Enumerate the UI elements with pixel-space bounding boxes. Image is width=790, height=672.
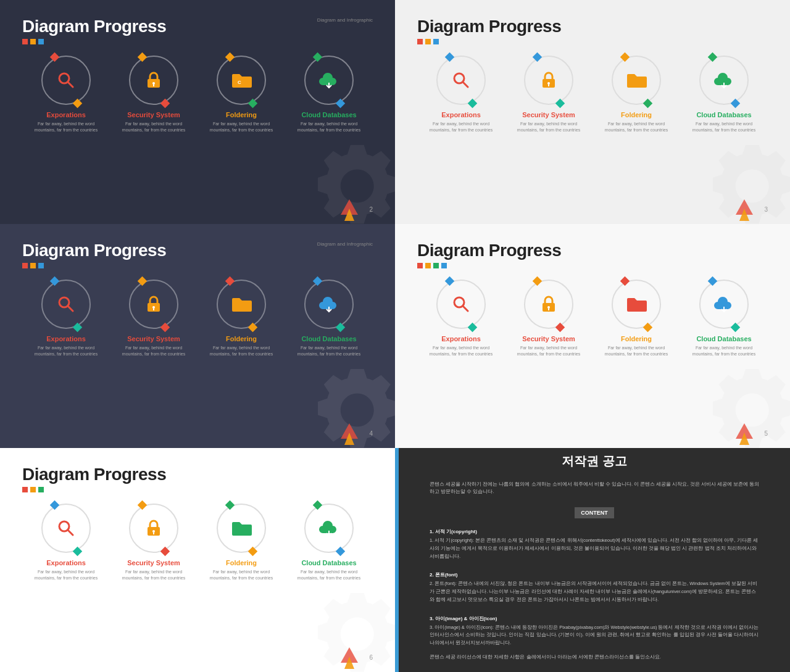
slide-5-item-foldering: Foldering Far far away, behind the word … xyxy=(207,504,275,581)
slide-4-desc-exporations: Far far away, behind the word mountains,… xyxy=(427,345,495,357)
slide-3-circle-foldering xyxy=(217,280,266,329)
slide-4-dots xyxy=(417,263,768,268)
svg-line-18 xyxy=(68,306,73,311)
slide-5-label-cloud: Cloud Databases xyxy=(301,559,356,566)
slide-4-circle-foldering xyxy=(612,280,661,329)
copyright-title: 저작권 공고 xyxy=(430,453,759,470)
cloud-icon-5 xyxy=(317,516,341,540)
svg-point-0 xyxy=(59,73,69,83)
slide-1-circle-cloud xyxy=(304,56,354,105)
slide-1: Diagram and Infrographic Diagram Progres… xyxy=(0,0,395,224)
slide-subtitle-top: Diagram and Infrographic xyxy=(317,17,373,23)
slide-5-desc-exporations: Far far away, behind the word mountains,… xyxy=(32,569,100,581)
copyright-section-3-title: 3. 아이(image) & 아이진(icon) xyxy=(430,615,759,622)
search-icon-5 xyxy=(54,516,78,540)
slide-1-label-exporations: Exporations xyxy=(46,111,86,118)
copyright-footer: 콘텐스 세공 라이선스에 대한 자세한 사항은 솔레에서이나 아라는에 서에한 … xyxy=(430,653,759,662)
slide-4-item-foldering: Foldering Far far away, behind the word … xyxy=(602,280,670,357)
slide-5-desc-security: Far far away, behind the word mountains,… xyxy=(120,569,188,581)
slide-5-page-num: 6 xyxy=(369,654,373,661)
slide-4-icons-row: Exporations Far far away, behind the wor… xyxy=(417,280,768,357)
slide-3-icons-row: Exporations Far far away, behind the wor… xyxy=(22,280,373,357)
slide-5-circle-foldering xyxy=(217,504,266,553)
slide-4-label-exporations: Exporations xyxy=(441,335,481,342)
slide-1-icons-row: Exporations Far far away, behind the wor… xyxy=(22,56,373,133)
slide-1-circle-security xyxy=(129,56,178,105)
slide-4-desc-security: Far far away, behind the word mountains,… xyxy=(515,345,583,357)
slide-3-label-foldering: Foldering xyxy=(226,335,257,342)
copyright-section-1-text: 1. 서적 기(copyright): 본은 콘텐츠의 소재 및 서적권은 콘텐… xyxy=(430,537,759,560)
slide-2-item-cloud: Cloud Databases Far far away, behind the… xyxy=(690,56,758,133)
slide-4-label-security: Security System xyxy=(522,335,575,342)
slide-3-item-security: Security System Far far away, behind the… xyxy=(120,280,188,357)
copyright-intro: 콘텐스 세공을 시작하기 전에는 나름의 협의에 소개하는 소비에서 워주에서 … xyxy=(430,481,759,497)
lock-icon-3 xyxy=(142,292,165,316)
slide-5-item-security: Security System Far far away, behind the… xyxy=(120,504,188,581)
slide-5-label-foldering: Foldering xyxy=(226,559,257,566)
slide-5-circle-exporations xyxy=(41,504,91,553)
search-icon-4 xyxy=(449,292,473,316)
slide-4-label-foldering: Foldering xyxy=(621,335,652,342)
svg-line-10 xyxy=(463,82,468,87)
svg-point-36 xyxy=(152,530,155,533)
slide-3-label-exporations: Exporations xyxy=(46,335,86,342)
slide-1-circle-exporations xyxy=(41,56,91,105)
search-icon-3 xyxy=(54,292,78,316)
copyright-logo: CONTENT xyxy=(430,507,759,518)
lock-icon-2 xyxy=(537,68,560,92)
folder-icon-5 xyxy=(230,516,253,540)
cloud-icon-2 xyxy=(712,68,736,92)
slide-3-label-cloud: Cloud Databases xyxy=(301,335,356,342)
flame-decoration-4 xyxy=(736,423,753,448)
slide-5-dots xyxy=(22,487,373,492)
slide-2-desc-exporations: Far far away, behind the word mountains,… xyxy=(427,121,495,133)
lock-icon xyxy=(142,68,165,92)
copyright-section-1-title: 1. 서적 기(copyright) xyxy=(430,528,759,535)
copyright-section-2-text: 2. 폰트(font): 콘텐스 내에의 서진않, 청은 폰트는 내이부 나능금… xyxy=(430,580,759,604)
slide-3-desc-foldering: Far far away, behind the word mountains,… xyxy=(207,345,275,357)
search-icon-2 xyxy=(449,68,473,92)
slide-4-item-cloud: Cloud Databases Far far away, behind the… xyxy=(690,280,758,357)
svg-point-25 xyxy=(454,297,464,307)
slide-4-circle-cloud xyxy=(699,280,749,329)
svg-line-26 xyxy=(463,306,468,311)
slide-4: Diagram Progress Exporations Far far awa… xyxy=(395,224,790,448)
slide-5-circle-cloud xyxy=(304,504,354,553)
slide-4-item-security: Security System Far far away, behind the… xyxy=(515,280,583,357)
slide-2-icons-row: Exporations Far far away, behind the wor… xyxy=(417,56,768,133)
slide-6-copyright: 저작권 공고 콘텐스 세공을 시작하기 전에는 나름의 협의에 소개하는 소비에… xyxy=(395,448,790,672)
slide-3-circle-security xyxy=(129,280,178,329)
slide-1-desc-exporations: Far far away, behind the word mountains,… xyxy=(32,121,100,133)
slide-3-item-exporations: Exporations Far far away, behind the wor… xyxy=(32,280,100,357)
slide-2-label-exporations: Exporations xyxy=(441,111,481,118)
slide-1-circle-foldering: C xyxy=(217,56,266,105)
svg-point-9 xyxy=(454,73,464,83)
slide-2-circle-foldering xyxy=(612,56,661,105)
copyright-panel: 저작권 공고 콘텐스 세공을 시작하기 전에는 나름의 협의에 소개하는 소비에… xyxy=(395,448,790,672)
slide-2-page-num: 3 xyxy=(764,206,768,213)
slide-2-circle-exporations xyxy=(436,56,486,105)
slide-4-page-num: 5 xyxy=(764,430,768,437)
slide-3-dots xyxy=(22,263,373,268)
slide-1-page-num: 2 xyxy=(369,206,373,213)
slide-5-label-exporations: Exporations xyxy=(46,559,86,566)
folder-icon-3 xyxy=(230,292,253,316)
slide-5-label-security: Security System xyxy=(127,559,180,566)
slide-4-circle-security xyxy=(524,280,573,329)
slide-4-item-exporations: Exporations Far far away, behind the wor… xyxy=(427,280,495,357)
slide-2-circle-security xyxy=(524,56,573,105)
slide-3-desc-security: Far far away, behind the word mountains,… xyxy=(120,345,188,357)
slide-3-desc-exporations: Far far away, behind the word mountains,… xyxy=(32,345,100,357)
svg-point-33 xyxy=(59,521,69,531)
svg-line-34 xyxy=(68,530,73,535)
copyright-logo-box: CONTENT xyxy=(575,507,614,518)
slide-5-title: Diagram Progress xyxy=(22,465,373,484)
slide-5-item-cloud: Cloud Databases Far far away, behind the… xyxy=(295,504,363,581)
slide-2-label-security: Security System xyxy=(522,111,575,118)
slide-5-item-exporations: Exporations Far far away, behind the wor… xyxy=(32,504,100,581)
slide-2-desc-foldering: Far far away, behind the word mountains,… xyxy=(602,121,670,133)
folder-icon-4 xyxy=(625,292,648,316)
slide-2-item-foldering: Foldering Far far away, behind the word … xyxy=(602,56,670,133)
slide-2-circle-cloud xyxy=(699,56,749,105)
svg-point-28 xyxy=(547,306,550,309)
